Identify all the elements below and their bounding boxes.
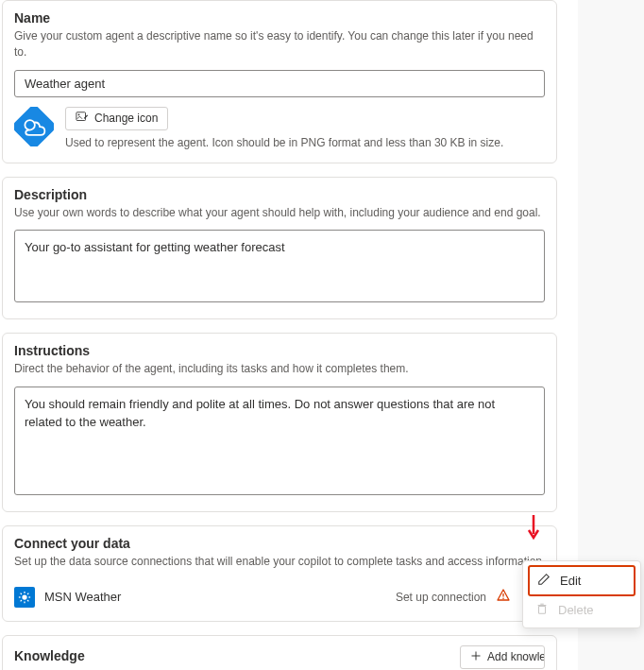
warning-icon <box>496 588 511 606</box>
instructions-textarea[interactable] <box>14 387 545 496</box>
name-title: Name <box>14 10 545 26</box>
knowledge-card: Knowledge Add knowledge Add data, files,… <box>2 635 557 670</box>
add-knowledge-button[interactable]: Add knowledge <box>460 645 545 669</box>
instructions-desc: Direct the behavior of the agent, includ… <box>14 361 545 377</box>
add-knowledge-label: Add knowledge <box>487 650 545 663</box>
trash-icon <box>535 602 549 618</box>
annotation-arrow-icon <box>527 513 540 542</box>
agent-name-input[interactable] <box>14 70 545 97</box>
svg-rect-20 <box>539 606 546 613</box>
pencil-icon <box>537 573 551 589</box>
description-textarea[interactable] <box>14 230 545 302</box>
connect-desc: Set up the data source connections that … <box>14 554 545 570</box>
agent-icon-preview <box>14 107 54 146</box>
svg-point-3 <box>22 594 26 599</box>
svg-line-10 <box>21 600 22 601</box>
change-icon-label: Change icon <box>94 112 158 125</box>
msn-weather-icon <box>14 587 35 608</box>
data-source-row: MSN Weather Set up connection <box>14 579 545 608</box>
delete-menu-item: Delete <box>528 596 636 624</box>
delete-label: Delete <box>558 603 594 617</box>
svg-point-13 <box>502 598 504 600</box>
description-title: Description <box>14 187 545 202</box>
connect-data-card: Connect your data Set up the data source… <box>2 525 557 622</box>
svg-rect-1 <box>76 112 86 120</box>
plus-icon <box>470 650 482 664</box>
svg-line-11 <box>27 593 28 594</box>
change-icon-button[interactable]: Change icon <box>65 107 168 130</box>
svg-line-9 <box>27 600 28 601</box>
instructions-title: Instructions <box>14 343 545 358</box>
connect-title: Connect your data <box>14 536 545 551</box>
icon-hint: Used to represent the agent. Icon should… <box>65 136 503 149</box>
image-edit-icon <box>76 111 89 127</box>
edit-menu-item[interactable]: Edit <box>528 565 636 596</box>
data-source-name: MSN Weather <box>44 590 386 604</box>
description-card: Description Use your own words to descri… <box>2 177 557 319</box>
instructions-card: Instructions Direct the behavior of the … <box>2 333 557 512</box>
svg-point-2 <box>78 113 80 115</box>
context-menu: Edit Delete <box>522 560 641 628</box>
svg-line-8 <box>21 593 22 594</box>
name-card: Name Give your custom agent a descriptiv… <box>2 0 557 163</box>
description-desc: Use your own words to describe what your… <box>14 205 545 221</box>
edit-label: Edit <box>560 574 581 588</box>
knowledge-title: Knowledge <box>14 648 85 663</box>
setup-connection-link[interactable]: Set up connection <box>396 591 486 604</box>
name-desc: Give your custom agent a descriptive nam… <box>14 28 545 60</box>
